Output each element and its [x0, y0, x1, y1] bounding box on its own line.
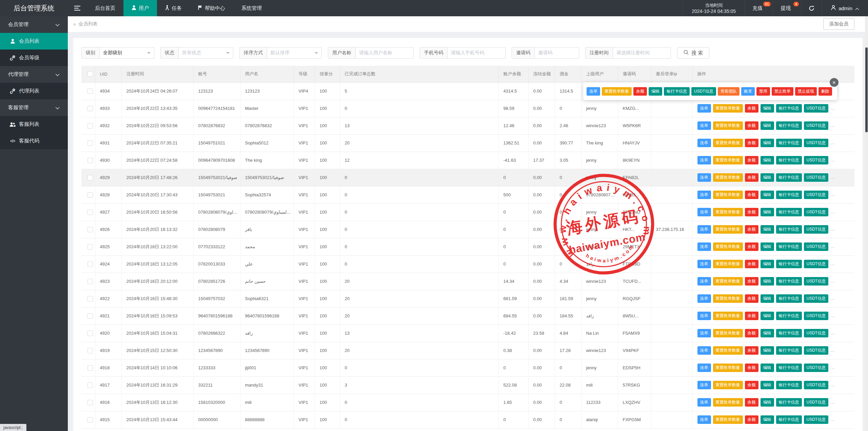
level-select[interactable]: 全部级别 — [100, 47, 154, 58]
refresh-icon[interactable] — [801, 0, 822, 16]
action-red-button[interactable]: 余额 — [745, 364, 758, 372]
row-checkbox[interactable] — [87, 175, 93, 180]
action-yellow-button[interactable]: 重置抢单数量 — [713, 225, 743, 234]
action-green-button[interactable]: 银行卡信息 — [776, 208, 802, 216]
action-blue-button[interactable]: 连单 — [697, 381, 711, 389]
action-green-button[interactable]: 银行卡信息 — [776, 260, 802, 268]
row-checkbox[interactable] — [87, 331, 93, 336]
more-actions-button[interactable]: ... — [830, 348, 835, 353]
sidebar-item-7[interactable]: </>客服代码 — [0, 133, 68, 149]
action-blue-button[interactable]: 连单 — [697, 415, 711, 424]
action-red-button[interactable]: 余额 — [745, 346, 758, 355]
more-actions-button[interactable]: ... — [830, 123, 835, 128]
action-yellow-button[interactable]: 重置抢单数量 — [713, 294, 743, 303]
action-green-button[interactable]: USDT信息 — [804, 121, 829, 130]
search-button[interactable]: 搜 索 — [677, 47, 709, 59]
action-green-button[interactable]: 银行卡信息 — [776, 364, 802, 372]
action-green-button[interactable]: 编辑 — [761, 156, 774, 164]
more-actions-button[interactable]: ... — [830, 105, 835, 111]
admin-menu[interactable]: admin — [822, 0, 868, 16]
action-green-button[interactable]: USDT信息 — [804, 225, 829, 234]
row-checkbox[interactable] — [87, 400, 93, 405]
action-green-button[interactable]: 银行卡信息 — [776, 312, 802, 320]
popup-action-button[interactable]: 查看团队 — [718, 87, 739, 96]
sort-select[interactable]: 默认排序 — [267, 47, 321, 58]
nav-tasks[interactable]: 任务 — [157, 0, 190, 16]
action-green-button[interactable]: 编辑 — [761, 260, 774, 268]
more-actions-button[interactable]: ... — [830, 382, 835, 387]
action-green-button[interactable]: 编辑 — [761, 191, 774, 199]
row-checkbox[interactable] — [87, 417, 93, 423]
action-green-button[interactable]: USDT信息 — [804, 191, 829, 199]
row-checkbox[interactable] — [87, 296, 93, 301]
action-blue-button[interactable]: 连单 — [697, 242, 711, 251]
nav-users[interactable]: 用户 — [123, 0, 157, 16]
popup-action-button[interactable]: 禁止提现 — [795, 87, 817, 96]
row-checkbox[interactable] — [87, 244, 93, 250]
action-blue-button[interactable]: 连单 — [697, 139, 711, 147]
action-green-button[interactable]: 编辑 — [761, 121, 774, 130]
action-green-button[interactable]: USDT信息 — [804, 381, 829, 389]
action-green-button[interactable]: 银行卡信息 — [776, 277, 802, 286]
action-blue-button[interactable]: 连单 — [697, 225, 711, 234]
action-green-button[interactable]: USDT信息 — [804, 277, 829, 286]
nav-help-center[interactable]: 帮助中心 — [190, 0, 233, 16]
row-checkbox[interactable] — [87, 383, 93, 388]
row-checkbox[interactable] — [87, 348, 93, 353]
action-green-button[interactable]: USDT信息 — [804, 139, 829, 147]
action-blue-button[interactable]: 连单 — [697, 312, 711, 320]
action-green-button[interactable]: 编辑 — [761, 381, 774, 389]
withdraw-button[interactable]: 提现 4 — [773, 0, 801, 16]
more-actions-button[interactable]: ... — [830, 313, 835, 318]
action-green-button[interactable]: USDT信息 — [804, 208, 829, 216]
action-blue-button[interactable]: 连单 — [697, 121, 711, 130]
popup-action-button[interactable]: USDT信息 — [691, 87, 716, 96]
action-blue-button[interactable]: 连单 — [697, 329, 711, 337]
action-green-button[interactable]: 编辑 — [761, 242, 774, 251]
action-yellow-button[interactable]: 重置抢单数量 — [713, 415, 743, 424]
action-blue-button[interactable]: 连单 — [697, 104, 711, 113]
action-red-button[interactable]: 余额 — [745, 260, 758, 268]
action-green-button[interactable]: 编辑 — [761, 173, 774, 182]
row-checkbox[interactable] — [87, 140, 93, 146]
action-green-button[interactable]: 银行卡信息 — [776, 104, 802, 113]
row-checkbox[interactable] — [87, 279, 93, 284]
action-green-button[interactable]: 银行卡信息 — [776, 398, 802, 407]
action-green-button[interactable]: USDT信息 — [804, 294, 829, 303]
row-checkbox[interactable] — [87, 89, 93, 94]
more-actions-button[interactable]: ... — [830, 244, 835, 249]
more-actions-button[interactable]: ... — [830, 157, 835, 162]
more-actions-button[interactable]: ... — [830, 209, 835, 214]
action-green-button[interactable]: 编辑 — [761, 364, 774, 372]
popup-action-button[interactable]: 禁用 — [756, 87, 770, 96]
action-green-button[interactable]: USDT信息 — [804, 173, 829, 182]
action-green-button[interactable]: 银行卡信息 — [776, 329, 802, 337]
action-green-button[interactable]: 编辑 — [761, 415, 774, 424]
action-green-button[interactable]: 银行卡信息 — [776, 225, 802, 234]
vertical-scrollbar[interactable] — [865, 16, 868, 431]
action-blue-button[interactable]: 连单 — [697, 346, 711, 355]
sidebar-item-2[interactable]: 会员等级 — [0, 50, 68, 66]
action-green-button[interactable]: 编辑 — [761, 398, 774, 407]
action-green-button[interactable]: 银行卡信息 — [776, 242, 802, 251]
action-red-button[interactable]: 余额 — [745, 191, 758, 199]
scrollbar-thumb[interactable] — [865, 47, 868, 132]
invite-input[interactable]: 邀请码 — [535, 47, 579, 58]
action-green-button[interactable]: 银行卡信息 — [776, 381, 802, 389]
row-checkbox[interactable] — [87, 261, 93, 267]
popup-action-button[interactable]: 银行卡信息 — [664, 87, 690, 96]
sidebar-group-3[interactable]: 代理管理 — [0, 66, 68, 83]
phone-input[interactable]: 请输入手机号码 — [448, 47, 505, 58]
more-actions-button[interactable]: ... — [830, 296, 835, 301]
action-green-button[interactable]: USDT信息 — [804, 242, 829, 251]
action-red-button[interactable]: 余额 — [745, 156, 758, 164]
action-red-button[interactable]: 余额 — [745, 208, 758, 216]
more-actions-button[interactable]: ... — [830, 192, 835, 197]
action-yellow-button[interactable]: 重置抢单数量 — [713, 121, 743, 130]
action-red-button[interactable]: 余额 — [745, 277, 758, 286]
close-icon[interactable]: ✕ — [830, 78, 839, 87]
action-green-button[interactable]: USDT信息 — [804, 364, 829, 372]
action-yellow-button[interactable]: 重置抢单数量 — [713, 208, 743, 216]
action-yellow-button[interactable]: 重置抢单数量 — [713, 381, 743, 389]
more-actions-button[interactable]: ... — [830, 261, 835, 266]
